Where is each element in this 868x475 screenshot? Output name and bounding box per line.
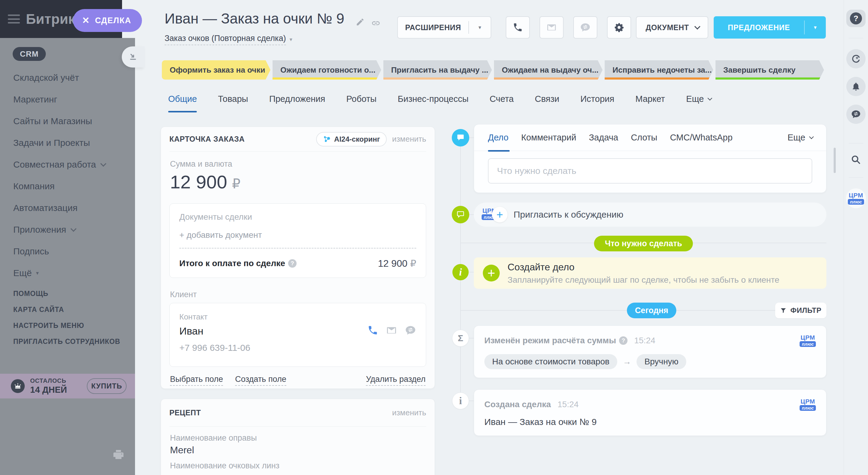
edit-recipe-link[interactable]: изменить — [392, 408, 426, 417]
search-button[interactable] — [850, 154, 861, 166]
bell-icon — [851, 82, 861, 91]
amount-label: Сумма и валюта — [170, 159, 426, 169]
editor-tab-activity[interactable]: Дело — [488, 124, 508, 151]
email-button[interactable] — [539, 16, 564, 39]
chevron-down-icon — [809, 134, 814, 139]
ai-scoring-badge[interactable]: AI24-скоринг — [316, 132, 387, 147]
chat-contact-icon[interactable] — [405, 325, 416, 337]
tab-quotes[interactable]: Предложения — [269, 94, 325, 104]
close-icon[interactable]: ✕ — [82, 16, 90, 25]
frame-value[interactable]: Merel — [170, 445, 426, 456]
settings-button[interactable] — [607, 16, 631, 39]
question-icon: ? — [850, 12, 862, 24]
open-channel-button[interactable] — [573, 16, 597, 39]
notifications-button[interactable] — [846, 77, 866, 96]
crm-plus-button[interactable]: ЦРМплюс — [846, 188, 866, 208]
stage-item[interactable]: Оформить заказ на очки — [162, 60, 270, 80]
tab-more[interactable]: Еще — [686, 94, 711, 104]
editor-tab-more[interactable]: Еще — [787, 124, 812, 151]
info-green-icon: i — [453, 264, 469, 280]
minimize-slider-button[interactable] — [122, 46, 145, 67]
document-button[interactable]: ДОКУМЕНТ — [636, 16, 708, 39]
call-contact-icon[interactable] — [367, 325, 378, 337]
crm-plus-logo: ЦРМплюс — [800, 334, 816, 347]
total-label: Итого к оплате по сделке — [179, 259, 285, 268]
tab-market[interactable]: Маркет — [635, 94, 665, 104]
old-value-pill: На основе стоимости товаров — [484, 354, 617, 369]
client-label: Клиент — [170, 290, 426, 299]
scrollbar[interactable] — [834, 148, 836, 173]
editor-tab-slots[interactable]: Слоты — [631, 124, 657, 151]
editor-tab-sms[interactable]: СМС/WhatsApp — [670, 124, 733, 151]
tab-invoices[interactable]: Счета — [490, 94, 514, 104]
documents-label: Документы сделки — [179, 212, 416, 222]
email-contact-icon[interactable] — [386, 325, 397, 337]
create-field-link[interactable]: Создать поле — [235, 375, 286, 386]
help-hint-icon[interactable]: ? — [619, 336, 627, 345]
tab-history[interactable]: История — [581, 94, 614, 104]
messenger-button[interactable] — [846, 104, 866, 124]
extensions-button[interactable]: РАСШИРЕНИЯ ▾ — [397, 16, 491, 39]
hint-title: Создайте дело — [507, 262, 779, 273]
help-button[interactable]: ? — [846, 10, 866, 27]
activity-bubble-icon — [452, 129, 469, 147]
stage-item[interactable]: Ожидаем на выдачу оч... — [494, 60, 602, 80]
add-activity-button[interactable]: + — [483, 265, 500, 282]
triangle-down-icon[interactable]: ▾ — [805, 16, 826, 39]
add-document-link[interactable]: + добавить документ — [179, 230, 416, 240]
create-activity-hint: + Создайте дело Запланируйте следующий ш… — [474, 257, 827, 289]
gear-icon — [614, 22, 624, 33]
entry-time: 15:24 — [558, 400, 579, 409]
help-hint-icon[interactable]: ? — [288, 259, 297, 267]
mail-icon — [547, 22, 557, 33]
order-card-title: КАРТОЧКА ЗАКАЗА — [169, 135, 245, 144]
hint-subtitle: Запланируйте следующий шаг по сделке, чт… — [507, 275, 779, 285]
recipe-card: РЕЦЕПТ изменить Наименование оправы Mere… — [161, 399, 435, 475]
today-badge: Сегодня — [627, 303, 676, 318]
crm-plus-logo: ЦРМплюс — [848, 192, 864, 204]
filter-button[interactable]: ФИЛЬТР — [775, 303, 827, 318]
deal-stage-bar: Оформить заказ на очки Ожидаем готовност… — [162, 60, 824, 80]
chat-exchange-icon — [851, 109, 861, 119]
tab-bizproc[interactable]: Бизнес-процессы — [398, 94, 468, 104]
contact-phone[interactable]: +7 996 639-11-06 — [179, 343, 416, 353]
molecule-icon — [323, 135, 331, 144]
proposal-button[interactable]: ПРЕДЛОЖЕНИЕ ▾ — [714, 16, 826, 39]
editor-tab-comment[interactable]: Комментарий — [521, 124, 576, 151]
select-field-link[interactable]: Выбрать поле — [170, 375, 223, 386]
deal-category-selector[interactable]: Заказ очков (Повторная сделка)▾ — [164, 34, 292, 45]
lenses-label: Наименование очковых линз — [170, 461, 426, 471]
entry-time: 15:24 — [634, 336, 655, 345]
triangle-down-icon[interactable]: ▾ — [469, 17, 491, 38]
tab-products[interactable]: Товары — [218, 94, 248, 104]
slider-content: Иван — Заказ на очки № 9 Заказ очков (По… — [0, 0, 868, 475]
deal-amount[interactable]: 12 900₽ — [170, 171, 426, 193]
tab-general[interactable]: Общие — [168, 94, 197, 104]
dashed-divider — [179, 248, 416, 249]
divider — [849, 143, 863, 144]
contact-name[interactable]: Иван — [179, 325, 204, 337]
timeline-entry-sum-mode[interactable]: Изменён режим расчёта суммы ? 15:24 ЦРМп… — [474, 325, 827, 378]
stage-item[interactable]: Завершить сделку — [715, 60, 824, 80]
edit-pencil-icon[interactable] — [355, 18, 365, 28]
call-button[interactable] — [506, 16, 530, 39]
info-icon: i — [452, 392, 469, 409]
stage-item[interactable]: Исправить недочеты за... — [604, 60, 713, 80]
edit-card-link[interactable]: изменить — [392, 134, 426, 144]
crm-plus-logo: ЦРМплюс — [800, 398, 816, 411]
new-value-pill: Вручную — [637, 354, 686, 369]
entity-badge[interactable]: ✕ СДЕЛКА — [73, 9, 142, 32]
invite-to-discussion[interactable]: ЦРМплюс + Пригласить к обсуждению — [474, 202, 827, 227]
tab-robots[interactable]: Роботы — [346, 94, 376, 104]
editor-tab-task[interactable]: Задача — [589, 124, 618, 151]
todo-input[interactable] — [488, 158, 812, 184]
copilot-button[interactable] — [846, 49, 866, 68]
stage-item[interactable]: Ожидаем готовности о... — [273, 60, 381, 80]
tab-dependencies[interactable]: Связи — [535, 94, 559, 104]
stage-item[interactable]: Пригласить на выдачу ... — [383, 60, 492, 80]
copy-link-icon[interactable] — [371, 19, 380, 29]
deal-documents-box: Документы сделки + добавить документ Ито… — [169, 203, 426, 278]
timeline-entry-deal-created[interactable]: Создана сделка 15:24 ЦРМплюс Иван — Зака… — [474, 389, 827, 436]
delete-section-link[interactable]: Удалить раздел — [366, 375, 426, 386]
frame-label: Наименование оправы — [170, 434, 426, 443]
